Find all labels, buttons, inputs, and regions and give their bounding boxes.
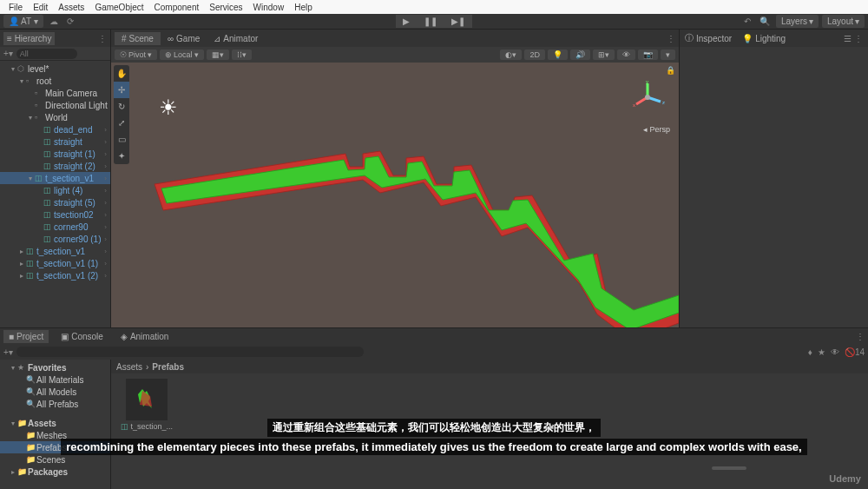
fx-toggle[interactable]: ⊞▾: [593, 50, 615, 60]
hierarchy-menu-icon[interactable]: ⋮: [98, 34, 107, 43]
favorites-node[interactable]: ▾★Favorites: [0, 361, 110, 373]
grid-button[interactable]: ▦▾: [207, 50, 229, 60]
assets-node[interactable]: ▾📁Assets: [0, 417, 110, 429]
menu-assets[interactable]: Assets: [53, 3, 89, 12]
chevron-right-icon[interactable]: ›: [104, 260, 108, 268]
top-toolbar: 👤 AT ▾ ☁ ⟳ ▶ ❚❚ ▶❚ ↶ 🔍 Layers▾ Layout▾: [0, 14, 868, 30]
search-icon[interactable]: 🔍: [757, 17, 773, 26]
menu-file[interactable]: File: [3, 3, 28, 12]
chevron-right-icon[interactable]: ›: [104, 235, 108, 243]
chevron-right-icon[interactable]: ›: [104, 138, 108, 146]
unity-icon: ⬡: [17, 64, 28, 73]
pivot-dropdown[interactable]: ☉Pivot▾: [115, 50, 157, 60]
chevron-right-icon[interactable]: ›: [104, 211, 108, 219]
snap-button[interactable]: ⁞⁞▾: [232, 50, 252, 60]
tree-item[interactable]: ◫straight (5)›: [0, 196, 110, 208]
favorite-icon[interactable]: ★: [818, 347, 825, 357]
tree-item[interactable]: ▸◫t_section_v1 (2)›: [0, 269, 110, 281]
list-item[interactable]: 🔍All Materials: [0, 373, 110, 386]
asset-item[interactable]: ◫ t_section_...: [116, 379, 177, 484]
inspector-tab[interactable]: ⓘ Inspector: [685, 32, 732, 44]
menu-help[interactable]: Help: [289, 3, 318, 12]
list-item-selected[interactable]: 📁Prefabs: [0, 441, 110, 453]
tree-item[interactable]: ▸◫t_section_v1›: [0, 245, 110, 257]
step-button[interactable]: ▶❚: [444, 15, 472, 28]
sync-icon[interactable]: ⟳: [64, 17, 76, 26]
lighting-tab[interactable]: 💡 Lighting: [742, 32, 786, 44]
tree-item[interactable]: ◫dead_end›: [0, 123, 110, 135]
eye-toggle[interactable]: 👁: [617, 50, 635, 60]
chevron-right-icon[interactable]: ›: [104, 248, 108, 255]
cam-button[interactable]: 📷: [638, 50, 658, 60]
menu-window[interactable]: Window: [248, 3, 290, 12]
tree-item[interactable]: ▾▫root: [0, 75, 110, 87]
add-asset-icon[interactable]: +▾: [3, 347, 13, 357]
animator-tab[interactable]: ⊿Animator: [207, 32, 265, 45]
cloud-icon[interactable]: ☁: [47, 17, 61, 26]
hierarchy-search[interactable]: [16, 49, 77, 59]
list-item[interactable]: 🔍All Models: [0, 386, 110, 398]
tree-item[interactable]: ◫straight (2)›: [0, 160, 110, 172]
scene-menu-icon[interactable]: ⋮: [667, 34, 675, 43]
packages-node[interactable]: ▸📁Packages: [0, 466, 110, 478]
chevron-right-icon[interactable]: ›: [104, 187, 108, 195]
zoom-slider[interactable]: [712, 466, 746, 470]
local-dropdown[interactable]: ⊕Local▾: [160, 50, 204, 60]
shade-dropdown[interactable]: ◐▾: [500, 50, 522, 60]
tree-item[interactable]: ◫tsection02›: [0, 208, 110, 221]
breadcrumb-root[interactable]: Assets: [116, 362, 142, 372]
layers-dropdown[interactable]: Layers▾: [776, 15, 819, 28]
chevron-right-icon[interactable]: ›: [104, 126, 108, 134]
tree-item[interactable]: ▸◫t_section_v1 (1)›: [0, 257, 110, 269]
animation-tab[interactable]: ◈ Animation: [115, 330, 174, 343]
chevron-right-icon[interactable]: ›: [104, 199, 108, 207]
account-dropdown[interactable]: 👤 AT ▾: [3, 15, 43, 28]
2d-toggle[interactable]: 2D: [524, 50, 545, 60]
menu-gameobject[interactable]: GameObject: [89, 3, 148, 12]
pause-button[interactable]: ❚❚: [417, 15, 444, 28]
audio-toggle[interactable]: 🔊: [570, 50, 590, 60]
light-toggle[interactable]: 💡: [548, 50, 568, 60]
account-icon: 👤: [9, 17, 19, 26]
console-tab[interactable]: ▣ Console: [56, 330, 108, 343]
tree-item[interactable]: ◫light (4)›: [0, 184, 110, 196]
list-item[interactable]: 🔍All Prefabs: [0, 398, 110, 410]
tree-item[interactable]: ▫Main Camera: [0, 87, 110, 99]
tree-item[interactable]: ◫corner90›: [0, 221, 110, 233]
scene-viewport[interactable]: ✋ ✢ ↻ ⤢ ▭ ✦ ☀ z y x 🔒 ◂Persp: [111, 63, 679, 327]
menu-edit[interactable]: Edit: [28, 3, 53, 12]
hierarchy-tab[interactable]: ≡ Hierarchy: [3, 32, 55, 45]
scene-tab[interactable]: #Scene: [115, 32, 161, 45]
chevron-right-icon[interactable]: ›: [104, 162, 108, 170]
chevron-right-icon[interactable]: ›: [104, 223, 108, 231]
game-tab[interactable]: ∞Game: [161, 32, 207, 45]
chevron-right-icon[interactable]: ›: [104, 272, 108, 280]
project-search[interactable]: [16, 347, 364, 357]
project-menu-icon[interactable]: ⋮: [856, 332, 865, 341]
undo-history-icon[interactable]: ↶: [741, 17, 753, 26]
breadcrumb-current[interactable]: Prefabs: [152, 362, 184, 372]
gizmos-dropdown[interactable]: ▾: [661, 50, 675, 60]
list-item[interactable]: 📁Meshes: [0, 429, 110, 441]
project-tab[interactable]: ■ Project: [3, 330, 49, 343]
tree-item[interactable]: ◫straight (1)›: [0, 148, 110, 160]
hidden-icon[interactable]: 👁: [831, 347, 839, 357]
filter-icon[interactable]: ♦: [808, 347, 812, 357]
asset-label: ◫ t_section_...: [121, 422, 173, 431]
inspector-menu-icon[interactable]: ☰ ⋮: [844, 34, 863, 43]
chevron-right-icon[interactable]: ›: [104, 175, 108, 182]
tree-item[interactable]: ▾▫World: [0, 111, 110, 123]
menu-component[interactable]: Component: [149, 3, 205, 12]
list-item[interactable]: 📁Scenes: [0, 453, 110, 466]
menu-bar: File Edit Assets GameObject Component Se…: [0, 0, 868, 14]
tree-scene-root[interactable]: ▾⬡ level*: [0, 63, 110, 75]
play-button[interactable]: ▶: [396, 15, 417, 28]
tree-item[interactable]: ▫Directional Light: [0, 99, 110, 111]
tree-item[interactable]: ◫straight›: [0, 135, 110, 148]
chevron-right-icon[interactable]: ›: [104, 150, 108, 158]
tree-item-selected[interactable]: ▾◫t_section_v1›: [0, 172, 110, 184]
tree-item[interactable]: ◫corner90 (1)›: [0, 233, 110, 245]
layout-dropdown[interactable]: Layout▾: [822, 15, 865, 28]
add-icon[interactable]: +▾: [3, 49, 13, 58]
menu-services[interactable]: Services: [204, 3, 247, 12]
